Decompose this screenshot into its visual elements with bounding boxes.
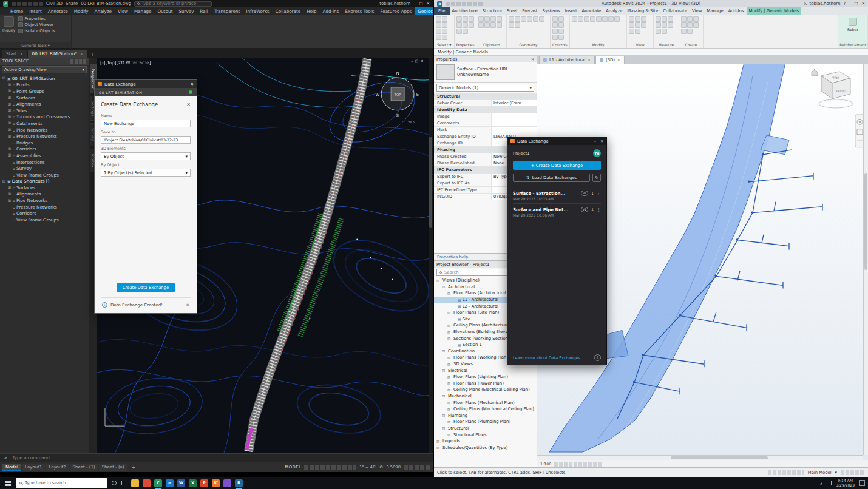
tree-expander-icon[interactable]: ⊞ — [447, 356, 451, 360]
tree-expander-icon[interactable]: ⊟ — [441, 426, 446, 430]
taskbar-app[interactable]: P — [200, 479, 208, 487]
help-icon[interactable]: ? — [594, 354, 601, 361]
taskbar-app[interactable] — [143, 479, 151, 487]
ribbon-tab[interactable]: Annotate — [45, 7, 71, 15]
browser-tree-item[interactable]: ⊞ Schedules/Quantities (By Type) — [434, 444, 537, 451]
gear-icon[interactable]: ⚙ — [379, 465, 383, 470]
refresh-button[interactable]: ↻ — [592, 174, 601, 182]
ribbon-tab[interactable]: Structure — [480, 7, 504, 15]
toolspace-tree-item[interactable]: ⊞ ▫ Corridors — [0, 146, 89, 153]
ribbon-tab[interactable]: Survey — [176, 7, 197, 15]
ribbon-panel-tools[interactable] — [627, 15, 653, 42]
share-button[interactable]: Share — [66, 1, 78, 6]
toolspace-tree-item[interactable]: ⊞ ▫ Surfaces — [0, 184, 89, 191]
toolspace-tree-item[interactable]: ▫ View Frame Groups — [0, 172, 89, 178]
tree-expander-icon[interactable]: ⊞ — [7, 102, 12, 107]
toolspace-tree-item[interactable]: ⊞ ▫ Alignments — [0, 101, 89, 107]
ribbon-tab[interactable]: Help — [303, 7, 319, 15]
start-button[interactable] — [0, 477, 16, 489]
exchange-list-item[interactable]: Surface and Pipe Net... V1 ↓ ⋮ Mar 29 20… — [513, 204, 601, 220]
tree-expander-icon[interactable]: ⊞ — [7, 198, 12, 203]
ribbon-tab[interactable]: Modify | Generic Models — [747, 7, 802, 15]
tree-expander-icon[interactable]: ⊞ — [447, 381, 451, 385]
taskbar-app[interactable]: R — [235, 479, 243, 487]
toolspace-tree-item[interactable]: ⊞ ▫ Pipe Networks — [0, 197, 89, 204]
layout-tab[interactable]: Layout2 — [46, 464, 69, 471]
elements-select[interactable]: By Object▾ — [101, 152, 191, 160]
view-tab[interactable]: L1 - Architectural ✕ — [539, 56, 595, 64]
property-row[interactable]: Comments — [434, 120, 537, 127]
ribbon-panel-tools[interactable] — [476, 15, 506, 42]
property-row[interactable]: Structural — [434, 93, 537, 100]
ribbon-tab[interactable]: Home — [7, 7, 26, 15]
ribbon-tab[interactable]: Manage — [131, 7, 155, 15]
ribbon-tab[interactable]: Rail — [197, 7, 211, 15]
toolspace-tree-item[interactable]: ⊞ ▫ Turnouts and Crossovers — [0, 114, 89, 121]
chevron-down-icon[interactable]: ▾ — [835, 470, 837, 475]
main-model-select[interactable]: Main Model — [808, 470, 832, 475]
toolspace-toolbar-icons[interactable] — [70, 59, 86, 64]
tree-expander-icon[interactable]: ⊞ — [447, 420, 451, 424]
layout-tab[interactable]: Model — [2, 464, 21, 471]
ribbon-tab[interactable]: Analyze — [92, 7, 115, 15]
property-row[interactable]: Image — [434, 113, 537, 120]
ribbon-panel-tools[interactable] — [455, 15, 476, 42]
ribbon-panel[interactable]: Controls — [551, 15, 570, 48]
toolspace-tree-item[interactable]: ⊞ ▫ Assemblies — [0, 152, 89, 159]
view-control-icons[interactable] — [554, 462, 602, 467]
kebab-menu-icon[interactable]: ⋮ — [597, 191, 601, 196]
tree-expander-icon[interactable]: ⊟ — [441, 394, 446, 398]
close-icon[interactable]: ✕ — [600, 139, 603, 143]
tree-expander-icon[interactable]: ⊞ — [447, 400, 451, 405]
ribbon-tab[interactable]: Modify — [71, 7, 92, 15]
taskbar-app[interactable] — [223, 479, 231, 487]
ribbon-tab[interactable]: Transparent — [211, 7, 243, 15]
ribbon-tab[interactable]: Add-ins — [320, 7, 342, 15]
selection-filter-icons[interactable] — [841, 470, 865, 475]
window-controls[interactable]: – ▢ ✕ — [849, 1, 865, 6]
ribbon-tab[interactable]: Steel — [504, 7, 520, 15]
tree-expander-icon[interactable]: ⊟ — [441, 349, 446, 353]
ribbon-panel[interactable]: Measure — [654, 15, 679, 48]
download-icon[interactable]: ↓ — [591, 207, 594, 212]
close-icon[interactable]: ✕ — [617, 58, 620, 62]
ribbon-panel[interactable]: Modify — [570, 15, 627, 48]
inquiry-icon[interactable] — [4, 16, 14, 27]
ribbon-tab[interactable]: Add-Ins — [726, 7, 747, 15]
tree-expander-icon[interactable]: ⊟ — [441, 285, 446, 289]
tree-expander-icon[interactable]: ⊞ — [7, 83, 12, 87]
ribbon-panel-tools[interactable] — [551, 15, 569, 42]
ribbon-tab[interactable]: InfraWorks — [243, 7, 273, 15]
element-filter-select[interactable]: Generic Models (1) ▾ — [436, 84, 534, 92]
ribbon-panel[interactable]: Properties — [455, 15, 476, 48]
layout-tab[interactable]: Sheet - (a) — [99, 464, 127, 471]
tree-expander-icon[interactable]: ⊞ — [447, 323, 451, 328]
search-icon[interactable] — [804, 2, 806, 5]
dialog-titlebar[interactable]: Data Exchange – ✕ — [507, 137, 606, 145]
tree-expander-icon[interactable]: ⊞ — [447, 433, 451, 437]
toolspace-tree-item[interactable]: ⊟ ▣ Data Shortcuts [] — [0, 178, 89, 185]
ribbon-tab[interactable]: Collaborate — [660, 7, 690, 15]
ribbon-tab[interactable]: Manage — [704, 7, 725, 15]
taskbar-app[interactable]: C — [154, 479, 162, 487]
status-toggle-icons[interactable] — [304, 465, 356, 470]
browser-tree-item[interactable]: ⊞ Ceiling Plans (Electrical Ceiling Plan… — [434, 386, 537, 393]
close-icon[interactable]: ✕ — [588, 58, 591, 62]
tree-expander-icon[interactable]: ⊟ — [436, 278, 440, 283]
by-object-select[interactable]: 1 By Object(s) Selected▾ — [101, 169, 191, 177]
toolspace-tree-item[interactable]: ⊞ ▫ Pipe Networks — [0, 127, 89, 133]
tree-expander-icon[interactable]: ⊞ — [7, 89, 12, 93]
task-view-icon[interactable] — [121, 481, 126, 485]
kebab-menu-icon[interactable]: ⋮ — [597, 207, 601, 212]
ribbon-panel[interactable]: Clipboard — [476, 15, 507, 48]
browser-tree-item[interactable]: ⊞ Structural Plans — [434, 431, 537, 438]
toolspace-tree-item[interactable]: ⊞ ▫ Points — [0, 82, 89, 89]
toolspace-tree-item[interactable]: ⊞ ▫ Sites — [0, 107, 89, 114]
browser-tree-item[interactable]: ⊟ Mechanical — [434, 393, 537, 400]
view-tab[interactable]: (3D) ✕ — [595, 56, 625, 64]
revit-app-icon[interactable]: R — [437, 1, 442, 7]
tray-chevron-icon[interactable]: ∧ — [820, 481, 822, 485]
user-account[interactable]: tobias.hothorn — [809, 1, 840, 6]
close-icon[interactable]: ✕ — [190, 82, 194, 87]
toolspace-tree-item[interactable]: ⊞ ▫ Point Groups — [0, 88, 89, 95]
